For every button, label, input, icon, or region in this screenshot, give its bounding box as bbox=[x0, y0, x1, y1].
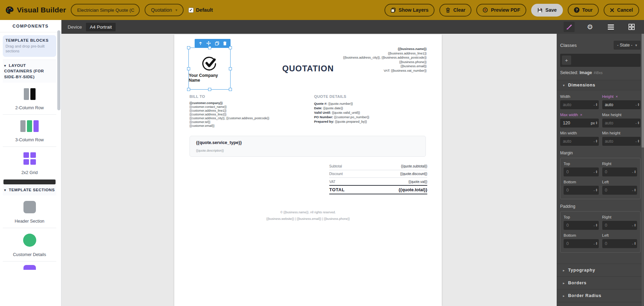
default-checkbox[interactable]: ✓ bbox=[188, 8, 194, 13]
min-height-input[interactable]: auto - ▴▾ bbox=[602, 137, 641, 146]
eye-icon bbox=[482, 7, 488, 13]
app-title: Visual Builder bbox=[17, 6, 66, 14]
add-class-button[interactable]: + bbox=[562, 55, 571, 65]
show-layers-button[interactable]: Show Layers bbox=[384, 4, 435, 17]
margin-right-input[interactable]: 0-▴▾ bbox=[602, 167, 637, 176]
panel-scrollbar[interactable] bbox=[642, 34, 644, 306]
padding-left-input[interactable]: 0-▴▾ bbox=[602, 239, 637, 248]
max-width-input[interactable]: 120 px ▴▾ bbox=[560, 119, 599, 127]
resize-handle[interactable] bbox=[229, 46, 232, 49]
move-icon[interactable] bbox=[206, 41, 211, 45]
section-dimensions[interactable]: ▾ Dimensions bbox=[557, 80, 644, 90]
block-3-column-row[interactable]: 3-Column Row bbox=[3, 115, 56, 147]
document-type-select[interactable]: Quotation ▾ bbox=[145, 4, 183, 16]
width-field: Width auto - ▴▾ bbox=[560, 94, 599, 109]
block-header-section[interactable]: Header Section bbox=[3, 195, 56, 228]
3-column-icon bbox=[20, 120, 39, 132]
total-row: TOTAL{{quote.total}} bbox=[329, 185, 427, 194]
settings-tab[interactable]: ⚙ bbox=[584, 22, 595, 32]
padding-right-field: Right 0-▴▾ bbox=[602, 215, 637, 230]
clear-max-width-button[interactable]: × bbox=[580, 113, 582, 117]
width-input[interactable]: auto - ▴▾ bbox=[560, 100, 599, 109]
tour-button[interactable]: ? Tour bbox=[568, 4, 599, 17]
resize-handle[interactable] bbox=[208, 46, 211, 49]
padding-group: Top 0-▴▾ Right 0-▴▾ Bottom 0-▴▾ Left 0-▴… bbox=[560, 211, 641, 253]
margin-group: Top 0-▴▾ Right 0-▴▾ Bottom 0-▴▾ Left 0-▴… bbox=[560, 158, 641, 199]
padding-right-input[interactable]: 0-▴▾ bbox=[602, 221, 637, 230]
clear-button[interactable]: Clear bbox=[439, 4, 471, 17]
padding-label: Padding bbox=[560, 204, 641, 209]
min-width-stepper[interactable]: ▴▾ bbox=[596, 140, 597, 143]
layers-tab[interactable] bbox=[605, 22, 616, 32]
device-a4-portrait-button[interactable]: A4 Portrait bbox=[86, 23, 116, 31]
resize-handle[interactable] bbox=[229, 88, 232, 91]
save-button[interactable]: Save bbox=[531, 4, 563, 17]
margin-right-field: Right 0-▴▾ bbox=[602, 162, 637, 176]
height-input[interactable]: auto - ▴▾ bbox=[602, 100, 641, 109]
section-typography[interactable]: ▸ Typography bbox=[557, 264, 644, 276]
components-header: COMPONENTS bbox=[0, 20, 61, 32]
width-stepper[interactable]: ▴▾ bbox=[596, 103, 597, 106]
trash-icon bbox=[446, 8, 450, 13]
brand: Visual Builder bbox=[5, 6, 66, 15]
category-template-sections[interactable]: ▾ TEMPLATE SECTIONS bbox=[3, 184, 56, 196]
resize-handle[interactable] bbox=[187, 88, 190, 91]
caret-down-icon: ▾ bbox=[4, 188, 6, 192]
min-height-stepper[interactable]: ▴▾ bbox=[638, 140, 639, 143]
copy-icon[interactable] bbox=[215, 41, 219, 45]
template-name-input[interactable]: Electrician Simple Quote (C bbox=[71, 4, 140, 16]
quote-details-block[interactable]: QUOTE DETAILS Quote #: {{quote.number}} … bbox=[314, 94, 369, 124]
max-width-stepper[interactable]: ▴▾ bbox=[596, 121, 597, 125]
delete-icon[interactable] bbox=[223, 41, 227, 45]
style-manager-tab[interactable] bbox=[564, 22, 575, 32]
clear-height-button[interactable]: × bbox=[616, 94, 618, 99]
block-customer-details[interactable]: Customer Details bbox=[3, 228, 56, 262]
selected-component-row: Selected:Image#i8xs bbox=[560, 70, 641, 75]
padding-top-input[interactable]: 0-▴▾ bbox=[564, 221, 599, 230]
block-2-column-row[interactable]: 2-Column Row bbox=[3, 83, 56, 115]
section-border-radius[interactable]: ▸ Border Radius bbox=[557, 289, 644, 302]
section-decorations[interactable]: ▸ Decorations bbox=[557, 302, 644, 306]
height-stepper[interactable]: ▴▾ bbox=[638, 103, 639, 106]
default-toggle[interactable]: ✓ Default bbox=[188, 7, 213, 13]
totals-block[interactable]: Subtotal{{quote.subtotal}} Discount{{quo… bbox=[329, 163, 427, 194]
save-icon bbox=[537, 8, 543, 13]
header-section-icon bbox=[23, 201, 36, 213]
hamburger-icon bbox=[608, 24, 614, 30]
block-2x2-grid[interactable]: 2x2 Grid bbox=[3, 147, 56, 180]
min-width-input[interactable]: auto - ▴▾ bbox=[560, 137, 599, 146]
padding-top-field: Top 0-▴▾ bbox=[564, 215, 599, 230]
margin-left-input[interactable]: 0-▴▾ bbox=[602, 186, 637, 195]
resize-handle[interactable] bbox=[187, 46, 190, 49]
state-select[interactable]: - State - ▾ bbox=[614, 41, 641, 50]
resize-handle[interactable] bbox=[208, 88, 211, 91]
vat-row: VAT{{quote.vat}} bbox=[329, 178, 427, 185]
document-page[interactable]: {{business.name}} {{business.address_lin… bbox=[174, 34, 442, 306]
layers-icon bbox=[391, 8, 396, 13]
components-sidebar: COMPONENTS TEMPLATE BLOCKS Drag and drop… bbox=[0, 20, 61, 306]
category-layout-containers[interactable]: ▾ LAYOUT CONTAINERS (FOR SIDE-BY-SIDE) bbox=[3, 60, 56, 83]
margin-bottom-input[interactable]: 0-▴▾ bbox=[564, 186, 599, 195]
select-parent-icon[interactable] bbox=[198, 41, 203, 45]
preview-pdf-button[interactable]: Preview PDF bbox=[476, 4, 526, 17]
caret-right-icon: ▸ bbox=[563, 281, 565, 285]
padding-bottom-input[interactable]: 0-▴▾ bbox=[564, 239, 599, 248]
document-footer[interactable]: © {{business.name}}. All rights reserved… bbox=[174, 211, 442, 221]
chevron-down-icon: ▾ bbox=[175, 8, 177, 12]
2x2-grid-icon bbox=[23, 152, 36, 165]
section-divider bbox=[3, 180, 56, 184]
max-height-stepper[interactable]: ▴▾ bbox=[638, 121, 639, 125]
margin-top-input[interactable]: 0-▴▾ bbox=[564, 167, 599, 176]
top-bar: Visual Builder Electrician Simple Quote … bbox=[0, 0, 644, 20]
max-height-input[interactable]: auto - ▴▾ bbox=[602, 119, 641, 127]
bill-to-block[interactable]: BILL TO {{customer.company}} {{customer.… bbox=[189, 94, 269, 128]
quotation-title[interactable]: QUOTATION bbox=[174, 64, 442, 73]
service-description-block[interactable]: {{quote.service_type}} {{quote.descripti… bbox=[189, 136, 426, 157]
next-block-icon bbox=[23, 265, 36, 270]
section-borders[interactable]: ▸ Borders bbox=[557, 276, 644, 289]
blocks-tab[interactable] bbox=[626, 22, 637, 32]
margin-left-field: Left 0-▴▾ bbox=[602, 180, 637, 195]
cancel-button[interactable]: Cancel bbox=[604, 4, 639, 17]
subtotal-row: Subtotal{{quote.subtotal}} bbox=[329, 163, 427, 170]
sidebar-scrollbar[interactable] bbox=[57, 30, 60, 110]
